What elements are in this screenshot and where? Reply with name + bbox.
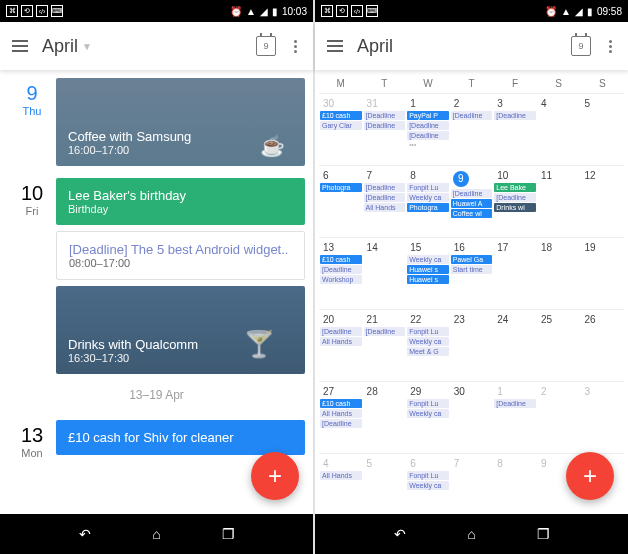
event-chip[interactable]: [Deadline — [494, 111, 536, 120]
event-chip[interactable]: Weekly ca — [407, 255, 449, 264]
day-cell[interactable]: 3 — [580, 382, 624, 453]
event-chip[interactable]: All Hands — [320, 471, 362, 480]
event-chip[interactable]: Coffee wi — [451, 209, 493, 218]
event-chip[interactable]: Start time — [451, 265, 493, 274]
event-chip[interactable]: [Deadline — [364, 111, 406, 120]
day-cell[interactable]: 4 — [537, 94, 581, 165]
day-cell[interactable]: 7 — [450, 454, 494, 514]
event-chip[interactable]: All Hands — [364, 203, 406, 212]
overflow-menu-icon[interactable] — [605, 40, 616, 53]
event-chip[interactable]: Workshop — [320, 275, 362, 284]
day-cell[interactable]: 30 — [450, 382, 494, 453]
day-cell[interactable]: 22Fonpit LuWeekly caMeet & G — [406, 310, 450, 381]
event-chip[interactable]: £10 cash — [320, 255, 362, 264]
day-cell[interactable]: 29Fonpit LuWeekly ca — [406, 382, 450, 453]
event-chip[interactable]: Huawei s — [407, 275, 449, 284]
day-cell[interactable]: 24 — [493, 310, 537, 381]
month-dropdown[interactable]: April — [357, 36, 557, 57]
event-card[interactable]: Lee Baker's birthdayBirthday — [56, 178, 305, 225]
day-cell[interactable]: 17 — [493, 238, 537, 309]
event-chip[interactable]: [Deadline — [451, 111, 493, 120]
day-cell[interactable]: 23 — [450, 310, 494, 381]
event-chip[interactable]: [Deadline — [494, 399, 536, 408]
day-cell[interactable]: 27£10 cashAll Hands[Deadline — [319, 382, 363, 453]
event-chip[interactable]: [Deadline — [364, 183, 406, 192]
agenda-list[interactable]: 9Thu ☕ Coffee with Samsung16:00–17:00 10… — [0, 70, 313, 514]
day-cell[interactable]: 1[Deadline — [493, 382, 537, 453]
day-cell[interactable]: 2 — [537, 382, 581, 453]
menu-icon[interactable] — [12, 40, 28, 52]
event-chip[interactable]: [Deadline — [364, 327, 406, 336]
day-cell[interactable]: 2[Deadline — [450, 94, 494, 165]
day-cell[interactable]: 4All Hands — [319, 454, 363, 514]
day-cell[interactable]: 19 — [580, 238, 624, 309]
day-cell[interactable]: 1PayPal P[Deadline[Deadline••• — [406, 94, 450, 165]
day-cell[interactable]: 8Fonpit LuWeekly caPhotogra — [406, 166, 450, 237]
day-cell[interactable]: 20[DeadlineAll Hands — [319, 310, 363, 381]
home-button[interactable]: ⌂ — [461, 523, 483, 545]
day-cell[interactable]: 5 — [363, 454, 407, 514]
event-chip[interactable]: Weekly ca — [407, 193, 449, 202]
day-cell[interactable]: 14 — [363, 238, 407, 309]
day-cell[interactable]: 3[Deadline — [493, 94, 537, 165]
event-chip[interactable]: Fonpit Lu — [407, 471, 449, 480]
month-grid[interactable]: MTWTFSS30£10 cashGary Clar31[Deadline[De… — [315, 70, 628, 514]
event-chip[interactable]: Drinks wi — [494, 203, 536, 212]
event-chip[interactable]: Lee Bake — [494, 183, 536, 192]
day-cell[interactable]: 30£10 cashGary Clar — [319, 94, 363, 165]
day-cell[interactable]: 26 — [580, 310, 624, 381]
event-chip[interactable]: Weekly ca — [407, 481, 449, 490]
day-cell[interactable]: 21[Deadline — [363, 310, 407, 381]
day-cell[interactable]: 13£10 cash[DeadlineWorkshop — [319, 238, 363, 309]
day-cell[interactable]: 9[DeadlineHuawei ACoffee wi — [450, 166, 494, 237]
day-cell[interactable]: 11 — [537, 166, 581, 237]
day-cell[interactable]: 15Weekly caHuawei sHuawei s — [406, 238, 450, 309]
event-chip[interactable]: Huawei A — [451, 199, 493, 208]
recents-button[interactable]: ❐ — [533, 523, 555, 545]
event-chip[interactable]: [Deadline — [320, 265, 362, 274]
day-cell[interactable]: 8 — [493, 454, 537, 514]
month-dropdown[interactable]: April▼ — [42, 36, 242, 57]
event-card[interactable]: ☕ Coffee with Samsung16:00–17:00 — [56, 78, 305, 166]
menu-icon[interactable] — [327, 40, 343, 52]
day-cell[interactable]: 6Photogra — [319, 166, 363, 237]
event-chip[interactable]: [Deadline — [320, 327, 362, 336]
day-cell[interactable]: 7[Deadline[DeadlineAll Hands — [363, 166, 407, 237]
event-chip[interactable]: Fonpit Lu — [407, 399, 449, 408]
add-event-fab[interactable]: + — [251, 452, 299, 500]
event-chip[interactable]: Huawei s — [407, 265, 449, 274]
event-chip[interactable]: PayPal P — [407, 111, 449, 120]
day-cell[interactable]: 25 — [537, 310, 581, 381]
day-cell[interactable]: 18 — [537, 238, 581, 309]
day-cell[interactable]: 10Lee Bake[DeadlineDrinks wi — [493, 166, 537, 237]
event-chip[interactable]: All Hands — [320, 409, 362, 418]
home-button[interactable]: ⌂ — [146, 523, 168, 545]
event-chip[interactable]: Fonpit Lu — [407, 183, 449, 192]
event-chip[interactable]: [Deadline — [407, 121, 449, 130]
event-chip[interactable]: Gary Clar — [320, 121, 362, 130]
back-button[interactable]: ↶ — [389, 523, 411, 545]
event-chip[interactable]: Weekly ca — [407, 337, 449, 346]
event-chip[interactable]: [Deadline — [364, 121, 406, 130]
event-chip[interactable]: Weekly ca — [407, 409, 449, 418]
event-chip[interactable]: Meet & G — [407, 347, 449, 356]
today-button[interactable]: 9 — [256, 36, 276, 56]
event-chip[interactable]: Fonpit Lu — [407, 327, 449, 336]
day-cell[interactable]: 5 — [580, 94, 624, 165]
day-cell[interactable]: 12 — [580, 166, 624, 237]
back-button[interactable]: ↶ — [74, 523, 96, 545]
event-chip[interactable]: [Deadline — [364, 193, 406, 202]
event-chip[interactable]: £10 cash — [320, 399, 362, 408]
day-cell[interactable]: 6Fonpit LuWeekly ca — [406, 454, 450, 514]
event-chip[interactable]: [Deadline — [451, 189, 493, 198]
recents-button[interactable]: ❐ — [218, 523, 240, 545]
event-chip[interactable]: [Deadline — [407, 131, 449, 140]
event-chip[interactable]: Photogra — [407, 203, 449, 212]
overflow-menu-icon[interactable] — [290, 40, 301, 53]
day-cell[interactable]: 31[Deadline[Deadline — [363, 94, 407, 165]
event-chip[interactable]: Pawel Ga — [451, 255, 493, 264]
event-chip[interactable]: Photogra — [320, 183, 362, 192]
event-chip[interactable]: £10 cash — [320, 111, 362, 120]
event-card[interactable]: £10 cash for Shiv for cleaner — [56, 420, 305, 455]
day-cell[interactable]: 16Pawel GaStart time — [450, 238, 494, 309]
